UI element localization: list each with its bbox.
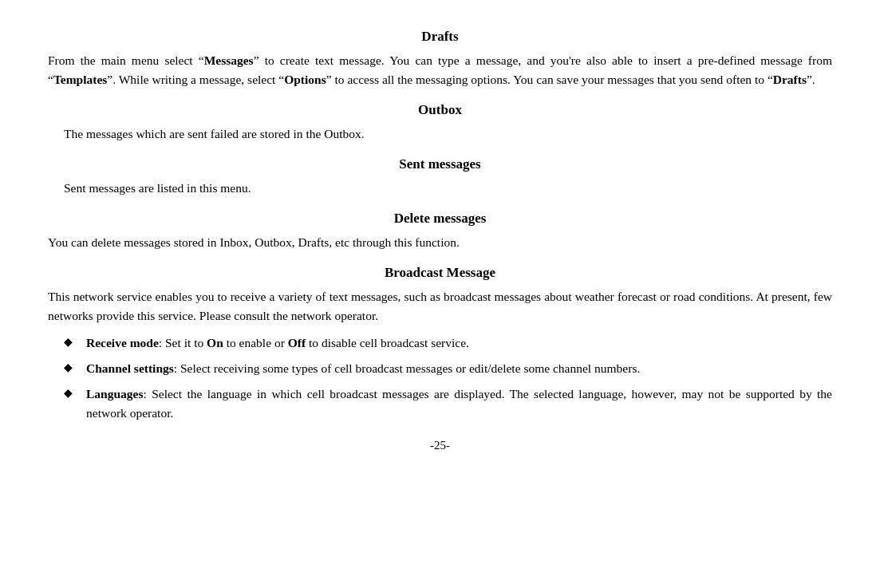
broadcast-message-paragraph: This network service enables you to rece…: [48, 287, 832, 326]
receive-mode-text: : Set it to On to enable or Off to disab…: [159, 336, 469, 349]
broadcast-message-heading: Broadcast Message: [48, 265, 832, 281]
sent-messages-heading: Sent messages: [48, 156, 832, 172]
sent-messages-section: Sent messages Sent messages are listed i…: [48, 156, 832, 198]
broadcast-message-section: Broadcast Message This network service e…: [48, 265, 832, 423]
drafts-heading: Drafts: [48, 29, 832, 45]
languages-text: : Select the language in which cell broa…: [86, 387, 832, 420]
delete-messages-section: Delete messages You can delete messages …: [48, 211, 832, 252]
languages-label: Languages: [86, 387, 144, 401]
drafts-paragraph: From the main menu select “Messages” to …: [48, 51, 832, 89]
delete-messages-paragraph: You can delete messages stored in Inbox,…: [48, 233, 832, 252]
bullet-channel-settings: Channel settings: Select receiving some …: [64, 359, 832, 378]
page-number: -25-: [48, 439, 832, 452]
bullet-receive-mode: Receive mode: Set it to On to enable or …: [64, 333, 832, 353]
outbox-section: Outbox The messages which are sent faile…: [48, 102, 832, 144]
channel-settings-text: : Select receiving some types of cell br…: [174, 361, 641, 375]
bullet-languages: Languages: Select the language in which …: [64, 385, 832, 423]
drafts-section: Drafts From the main menu select “Messag…: [48, 29, 832, 89]
receive-mode-label: Receive mode: [86, 336, 159, 349]
outbox-paragraph: The messages which are sent failed are s…: [64, 124, 832, 144]
broadcast-message-bullets: Receive mode: Set it to On to enable or …: [64, 333, 832, 423]
outbox-heading: Outbox: [48, 102, 832, 118]
sent-messages-paragraph: Sent messages are listed in this menu.: [64, 179, 832, 198]
delete-messages-heading: Delete messages: [48, 211, 832, 227]
channel-settings-label: Channel settings: [86, 361, 174, 375]
